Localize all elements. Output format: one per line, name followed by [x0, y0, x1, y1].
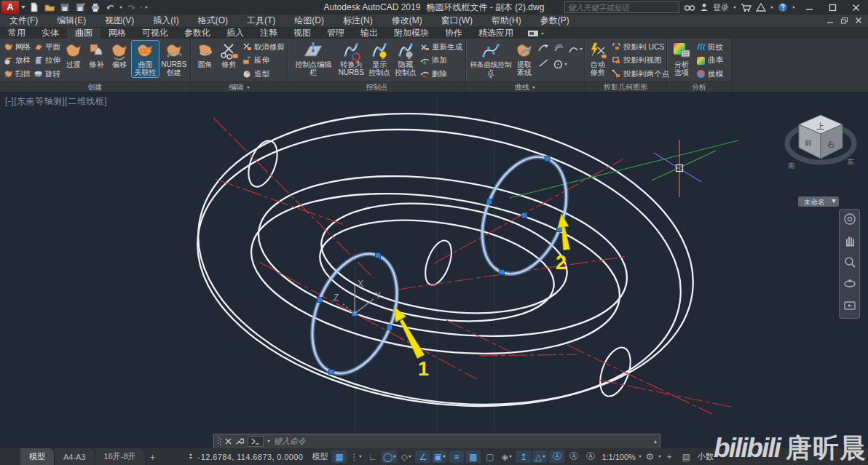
viewcube-compass-south[interactable]: 南 — [788, 162, 795, 170]
command-customize-icon[interactable] — [235, 437, 244, 447]
surface-offset-button[interactable]: 偏移 — [108, 41, 130, 69]
curve-blend-icon[interactable] — [538, 42, 549, 55]
command-bar-grip[interactable] — [217, 436, 221, 448]
drawing-canvas[interactable]: X Y Z 1 2 上 前 右 南 东 未命名 — [0, 92, 868, 448]
coordinates-readout[interactable]: -12.6784, 114.6873, 0.0000 — [192, 453, 309, 461]
project-to-ucs-button[interactable]: 投影到 UCS — [612, 41, 669, 52]
network-surface-button[interactable]: 网络 — [4, 41, 31, 52]
sweep-button[interactable]: 扫掠 — [4, 68, 31, 79]
edit-panel-label[interactable]: 编辑 — [191, 82, 288, 92]
sign-in-label[interactable]: 登录 — [713, 2, 729, 13]
torus-wireframe[interactable] — [179, 92, 712, 436]
tab-featured-apps[interactable]: 精选应用 — [470, 27, 521, 39]
autocad-logo[interactable]: A — [1, 1, 19, 14]
tab-collaborate[interactable]: 协作 — [437, 27, 470, 39]
snap-icon[interactable]: ⋮ — [348, 450, 363, 463]
menu-draw[interactable]: 绘图(D) — [285, 15, 334, 27]
minimize-button[interactable] — [800, 1, 818, 14]
menu-modify[interactable]: 修改(M) — [382, 15, 432, 27]
tab-addins[interactable]: 附加模块 — [386, 27, 437, 39]
clean-screen-icon[interactable]: ▤ — [679, 450, 694, 463]
viewcube-top-label[interactable]: 上 — [816, 122, 824, 130]
tab-mesh[interactable]: 网格 — [100, 27, 134, 39]
curve-line-icon[interactable] — [538, 57, 549, 71]
undo-icon[interactable] — [104, 1, 117, 13]
doc-restore-icon[interactable] — [841, 16, 848, 26]
tab-solid[interactable]: 实体 — [33, 27, 67, 39]
command-line[interactable]: 键入命令 — [213, 434, 660, 449]
annotation-scale-button[interactable]: 1:1/100% — [599, 453, 638, 461]
viewcube-right-label[interactable]: 右 — [827, 140, 835, 148]
show-cv-button[interactable]: 显示 控制点 — [367, 41, 392, 77]
add-cv-button[interactable]: 添加 — [420, 55, 462, 66]
convert-to-nurbs-button[interactable]: 转换为 NURBS — [337, 41, 366, 77]
dynamic-ucs-icon[interactable]: ↥ — [516, 450, 531, 463]
orbit-icon[interactable] — [843, 277, 856, 293]
spline-cv-button[interactable]: 样条曲线控制点 — [469, 41, 513, 79]
viewcube[interactable]: 上 前 右 南 东 未命名 — [787, 115, 854, 207]
cv-edit-bar-button[interactable]: 控制点编辑栏 — [291, 41, 336, 77]
command-expand-caret-icon[interactable] — [654, 440, 657, 443]
customization-caret-icon[interactable] — [658, 456, 661, 458]
layout-tab-model[interactable]: 模型 — [20, 448, 55, 465]
tab-manage[interactable]: 管理 — [319, 27, 352, 39]
project-to-2-points-button[interactable]: 投影到两个点 — [612, 68, 669, 79]
selection-cycling-icon[interactable]: ▢ — [482, 450, 497, 463]
sign-in-caret-icon[interactable] — [733, 7, 736, 9]
menu-parametric[interactable]: 参数(P) — [531, 15, 579, 27]
a360-caret-icon[interactable] — [770, 7, 773, 9]
gizmo-icon[interactable]: △ — [532, 450, 548, 463]
app-store-cart-icon[interactable] — [741, 1, 751, 14]
tab-home[interactable]: 常用 — [0, 27, 33, 39]
doc-close-icon[interactable] — [856, 16, 862, 26]
extend-button[interactable]: 延伸 — [242, 55, 285, 66]
surface-associativity-button[interactable]: 曲面 关联性 — [132, 41, 158, 77]
extrude-button[interactable]: 拉伸 — [33, 55, 60, 66]
curve-circle-tool[interactable] — [553, 60, 567, 69]
control-vertices-panel-label[interactable]: 控制点 — [288, 82, 465, 92]
tab-insert[interactable]: 插入 — [218, 27, 252, 39]
command-close-icon[interactable] — [225, 437, 232, 446]
redo-caret-icon[interactable] — [140, 7, 143, 9]
close-button[interactable] — [846, 1, 865, 14]
help-caret-icon[interactable] — [792, 7, 795, 9]
project-geometry-panel-label[interactable]: 投影几何图形 — [585, 82, 666, 92]
new-file-icon[interactable] — [28, 1, 41, 13]
tab-surface[interactable]: 曲面 — [67, 27, 100, 39]
viewcube-compass-east[interactable]: 东 — [847, 158, 854, 166]
sculpt-button[interactable]: 造型 — [242, 68, 285, 79]
osnap-tracking-icon[interactable]: ∠ — [415, 450, 430, 463]
menu-tools[interactable]: 工具(T) — [237, 15, 285, 27]
transparency-icon[interactable]: ▩ — [465, 450, 481, 463]
nurbs-creation-button[interactable]: NURBS 创建 — [160, 41, 188, 77]
search-input[interactable] — [564, 1, 679, 13]
revolve-button[interactable]: 旋转 — [33, 68, 60, 79]
help-icon[interactable] — [778, 1, 788, 14]
iso-draft-icon[interactable]: ◇ — [398, 450, 414, 463]
green-construction-line[interactable] — [510, 140, 738, 198]
draft-analysis-button[interactable]: 拔模 — [696, 68, 723, 79]
menu-format[interactable]: 格式(O) — [189, 15, 237, 27]
menu-edit[interactable]: 编辑(E) — [47, 15, 95, 27]
tab-annotate[interactable]: 注释 — [252, 27, 285, 39]
qat-customize-caret-icon[interactable] — [145, 7, 148, 9]
autodesk-a360-icon[interactable] — [756, 1, 766, 14]
menu-view[interactable]: 视图(V) — [95, 15, 143, 27]
project-to-view-button[interactable]: 投影到视图 — [612, 55, 669, 66]
user-icon[interactable] — [700, 1, 709, 14]
annotation-monitor-icon[interactable]: Ⓐ — [583, 450, 598, 463]
red-centerlines[interactable] — [213, 118, 734, 414]
remove-cv-button[interactable]: 删除 — [420, 68, 462, 79]
viewport-controls-label[interactable]: [-][东南等轴测][二维线框] — [5, 95, 107, 108]
undo-caret-icon[interactable] — [119, 7, 122, 9]
rebuild-button[interactable]: 重新生成 — [420, 41, 462, 52]
annotation-autoscale-icon[interactable]: Ⓐ — [566, 450, 581, 463]
grid-icon[interactable]: ▦ — [331, 450, 347, 463]
osnap-3d-icon[interactable]: ◈ — [499, 450, 514, 463]
tab-visualize[interactable]: 可视化 — [134, 27, 176, 39]
polar-tracking-icon[interactable]: ◯ — [382, 450, 397, 463]
show-motion-icon[interactable] — [843, 299, 856, 315]
annotation-visibility-icon[interactable]: Ⓐ — [549, 450, 564, 463]
tab-parametric[interactable]: 参数化 — [176, 27, 218, 39]
annotation-scale-caret-icon[interactable] — [639, 456, 642, 458]
